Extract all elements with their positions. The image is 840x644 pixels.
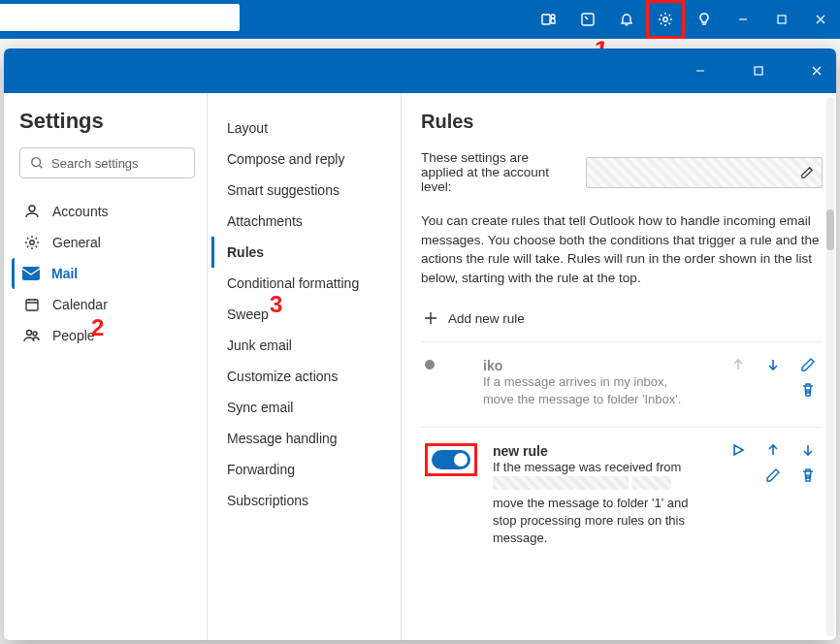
rule-description: If the message was received from move th…: [493, 459, 696, 548]
sidebar-item-label: General: [52, 235, 101, 250]
subnav-sweep[interactable]: Sweep: [211, 299, 397, 330]
svg-rect-5: [755, 67, 762, 75]
move-up-icon: [729, 356, 747, 373]
edit-icon[interactable]: [799, 356, 817, 373]
lightbulb-icon[interactable]: [685, 0, 724, 39]
subnav-customize-actions[interactable]: Customize actions: [211, 361, 397, 392]
move-down-icon[interactable]: [799, 441, 817, 459]
rule-toggle[interactable]: [432, 450, 470, 469]
subnav-rules[interactable]: Rules: [211, 237, 397, 268]
address-or-search-field[interactable]: [0, 4, 240, 31]
sidebar-item-label: Accounts: [52, 204, 109, 219]
svg-point-12: [33, 332, 37, 336]
settings-titlebar: [4, 48, 836, 93]
sidebar-item-calendar[interactable]: Calendar: [19, 289, 195, 320]
search-icon: [28, 154, 46, 172]
teams-icon[interactable]: [530, 0, 568, 39]
add-rule-button[interactable]: Add new rule: [421, 305, 823, 341]
maximize-icon[interactable]: [762, 0, 801, 39]
rule-description: If a message arrives in my inbox, move t…: [483, 373, 687, 408]
subnav-attachments[interactable]: Attachments: [211, 206, 397, 237]
scrollbar-thumb[interactable]: [826, 209, 834, 250]
calendar-icon: [23, 296, 41, 313]
outer-titlebar: [0, 0, 840, 39]
sidebar-item-people[interactable]: People: [19, 320, 195, 351]
delete-icon[interactable]: [799, 381, 817, 399]
people-icon: [23, 327, 41, 344]
run-icon[interactable]: [729, 441, 747, 459]
sidebar-item-label: Calendar: [52, 297, 108, 312]
edit-icon[interactable]: [800, 166, 814, 179]
gear-icon: [23, 234, 41, 251]
settings-sidebar: Settings Search settings Accounts Genera…: [4, 93, 208, 640]
minimize-icon[interactable]: [724, 0, 762, 39]
edit-icon[interactable]: [764, 467, 782, 484]
svg-point-3: [663, 17, 667, 21]
delete-icon[interactable]: [799, 467, 817, 484]
sidebar-item-general[interactable]: General: [19, 227, 195, 258]
subnav-sync-email[interactable]: Sync email: [211, 392, 397, 423]
close-icon[interactable]: [801, 55, 832, 86]
subnav-conditional-formatting[interactable]: Conditional formatting: [211, 268, 397, 299]
search-input[interactable]: Search settings: [19, 147, 195, 178]
sidebar-item-label: People: [52, 328, 95, 343]
subnav-smart-suggestions[interactable]: Smart suggestions: [211, 175, 397, 206]
plus-icon: [423, 310, 438, 326]
settings-window: Settings Search settings Accounts Genera…: [4, 48, 836, 640]
move-up-icon[interactable]: [764, 441, 782, 459]
person-icon: [23, 203, 41, 220]
move-down-icon[interactable]: [764, 356, 782, 373]
gear-icon[interactable]: [646, 0, 685, 39]
svg-rect-0: [542, 15, 550, 24]
rule-row: new rule If the message was received fro…: [421, 427, 823, 565]
svg-point-6: [32, 158, 41, 167]
sidebar-item-label: Mail: [51, 266, 78, 281]
settings-subnav: Layout Compose and reply Smart suggestio…: [208, 93, 402, 640]
subnav-message-handling[interactable]: Message handling: [211, 423, 397, 454]
panel-heading: Rules: [421, 111, 823, 133]
svg-rect-9: [22, 267, 40, 280]
search-placeholder: Search settings: [51, 156, 139, 171]
minimize-icon[interactable]: [685, 55, 716, 86]
rule-row: iko If a message arrives in my inbox, mo…: [421, 341, 823, 426]
subnav-subscriptions[interactable]: Subscriptions: [211, 485, 397, 516]
scrollbar-track[interactable]: [826, 97, 834, 636]
svg-rect-4: [778, 16, 786, 23]
redacted-text: [493, 476, 629, 490]
note-icon[interactable]: [568, 0, 607, 39]
annotation-2: 2: [91, 314, 104, 341]
svg-point-11: [27, 331, 32, 336]
sidebar-item-accounts[interactable]: Accounts: [19, 196, 195, 227]
svg-rect-10: [26, 300, 38, 310]
settings-title: Settings: [19, 109, 195, 134]
sidebar-item-mail[interactable]: Mail: [12, 258, 195, 289]
maximize-icon[interactable]: [743, 55, 774, 86]
bell-icon[interactable]: [607, 0, 646, 39]
rules-panel: Rules These settings are applied at the …: [402, 93, 836, 640]
svg-point-8: [30, 241, 34, 244]
account-selector[interactable]: [586, 157, 823, 188]
close-icon[interactable]: [801, 0, 840, 39]
subnav-layout[interactable]: Layout: [211, 113, 397, 144]
mail-icon: [22, 265, 40, 282]
add-rule-label: Add new rule: [448, 311, 525, 326]
account-label: These settings are applied at the accoun…: [421, 150, 566, 194]
svg-point-7: [29, 206, 35, 211]
dot-icon: [425, 360, 435, 370]
subnav-forwarding[interactable]: Forwarding: [211, 454, 397, 485]
redacted-text: [632, 476, 671, 490]
subnav-compose[interactable]: Compose and reply: [211, 144, 397, 175]
annotation-3: 3: [270, 291, 282, 318]
subnav-junk-email[interactable]: Junk email: [211, 330, 397, 361]
panel-description: You can create rules that tell Outlook h…: [421, 211, 823, 287]
